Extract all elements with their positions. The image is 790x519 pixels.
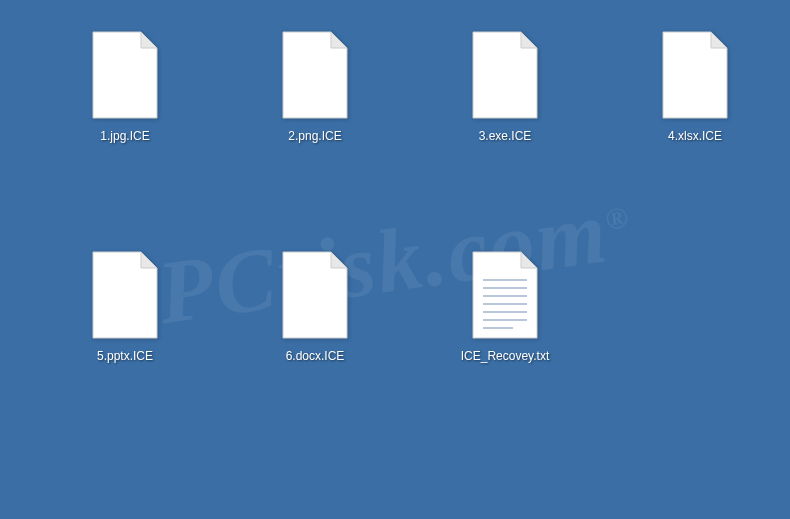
file-item[interactable]: ICE_Recovey.txt [420,240,590,440]
file-label: 6.docx.ICE [286,348,345,365]
blank-file-icon [279,30,351,120]
file-item[interactable]: 4.xlsx.ICE [610,20,780,220]
file-item[interactable]: 5.pptx.ICE [40,240,210,440]
file-label: 4.xlsx.ICE [668,128,722,145]
text-file-icon [469,250,541,340]
file-item[interactable]: 6.docx.ICE [230,240,400,440]
desktop-area: 1.jpg.ICE 2.png.ICE 3.exe.ICE 4.xlsx.ICE… [0,0,790,460]
file-item[interactable]: 1.jpg.ICE [40,20,210,220]
blank-file-icon [469,30,541,120]
file-item[interactable]: 3.exe.ICE [420,20,590,220]
blank-file-icon [659,30,731,120]
blank-file-icon [89,30,161,120]
blank-file-icon [279,250,351,340]
file-label: ICE_Recovey.txt [461,348,549,365]
file-label: 5.pptx.ICE [97,348,153,365]
file-label: 2.png.ICE [288,128,341,145]
file-label: 1.jpg.ICE [100,128,149,145]
blank-file-icon [89,250,161,340]
file-label: 3.exe.ICE [479,128,532,145]
file-item[interactable]: 2.png.ICE [230,20,400,220]
